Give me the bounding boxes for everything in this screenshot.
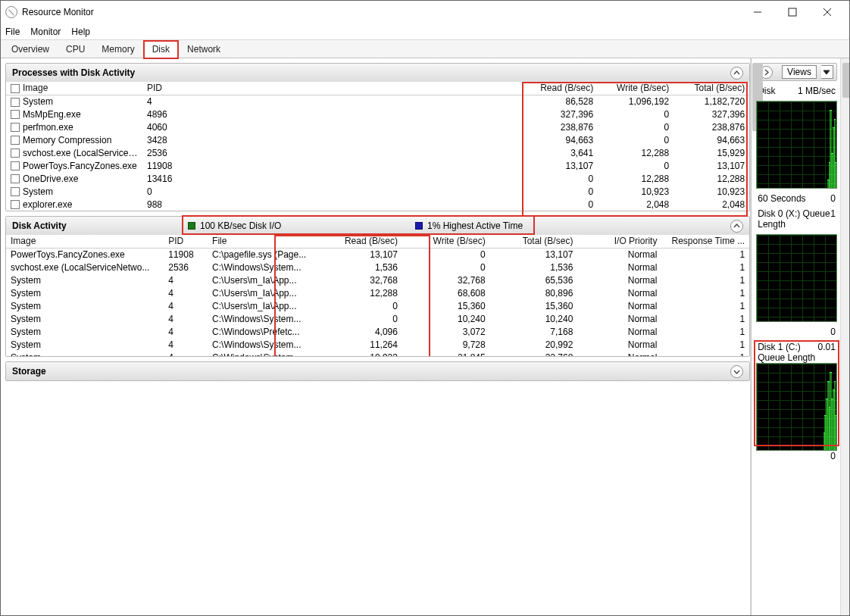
table-row[interactable]: System4C:\Users\m_Ia\App...32,76832,7686… (6, 274, 749, 286)
table-row[interactable]: OneDrive.exe13416012,28812,288 (6, 172, 749, 185)
chevron-down-icon[interactable] (730, 365, 743, 378)
tabbar: Overview CPU Memory Disk Network (1, 40, 849, 58)
section-disk-activity: Disk Activity 100 KB/sec Disk I/O 1% Hig… (5, 216, 750, 357)
section-processes-header[interactable]: Processes with Disk Activity (6, 64, 749, 82)
views-button[interactable]: Views (782, 65, 817, 79)
menu-file[interactable]: File (5, 27, 20, 37)
side-header: Views (756, 63, 837, 81)
checkbox-icon[interactable] (11, 174, 20, 183)
graph1-axis-left: 60 Seconds (758, 193, 805, 204)
graph3-title: Disk 1 (C:) Queue Length (758, 342, 817, 363)
window-title: Resource Monitor (22, 7, 94, 17)
section-storage-header[interactable]: Storage (6, 362, 749, 380)
graph-disk0-queue (756, 234, 837, 322)
graph-disk1-queue (756, 363, 837, 451)
graph-disk (756, 101, 837, 189)
square-green-icon (188, 222, 195, 230)
chevron-up-icon[interactable] (730, 220, 743, 233)
table-row[interactable]: System0010,92310,923 (6, 185, 749, 198)
graph1-scale: 1 MB/sec (798, 86, 836, 96)
col-read[interactable]: Read (B/sec) (522, 82, 598, 95)
titlebar[interactable]: Resource Monitor (1, 1, 849, 23)
svg-rect-1 (789, 8, 796, 16)
col-pid[interactable]: PID (142, 82, 188, 95)
graph2-scale: 1 (830, 208, 836, 230)
col-priority[interactable]: I/O Priority (577, 235, 661, 248)
close-button[interactable] (810, 1, 845, 23)
table-row[interactable]: PowerToys.FancyZones.exe1190813,107013,1… (6, 159, 749, 172)
checkbox-icon[interactable] (11, 187, 20, 196)
tab-overview[interactable]: Overview (4, 42, 57, 58)
square-blue-icon (415, 222, 423, 230)
checkbox-icon[interactable] (11, 98, 20, 107)
app-icon (5, 6, 17, 18)
tab-disk[interactable]: Disk (144, 41, 178, 58)
tab-memory[interactable]: Memory (94, 42, 142, 58)
table-row[interactable]: PowerToys.FancyZones.exe11908C:\pagefile… (6, 248, 749, 261)
table-row[interactable]: Memory Compression342894,663094,663 (6, 133, 749, 146)
table-row[interactable]: System4C:\Users\m_Ia\App...12,28868,6088… (6, 286, 749, 299)
col-pid[interactable]: PID (164, 235, 208, 248)
col-total[interactable]: Total (B/sec) (673, 82, 749, 95)
section-processes-title: Processes with Disk Activity (12, 67, 135, 78)
main-pane: Processes with Disk Activity Image PID R… (1, 58, 750, 615)
checkbox-icon[interactable] (11, 149, 20, 158)
col-image[interactable]: Image (6, 235, 164, 248)
checkbox-icon[interactable] (11, 136, 20, 145)
tab-cpu[interactable]: CPU (58, 42, 92, 58)
checkbox-icon[interactable] (11, 84, 20, 93)
col-response[interactable]: Response Time ... (661, 235, 749, 248)
table-row[interactable]: MsMpEng.exe4896327,3960327,396 (6, 108, 749, 120)
table-row[interactable]: perfmon.exe4060238,8760238,876 (6, 120, 749, 133)
checkbox-icon[interactable] (11, 161, 20, 170)
table-row[interactable]: System486,5281,096,1921,182,720 (6, 95, 749, 108)
graph2-axis-right: 0 (830, 327, 836, 337)
processes-table[interactable]: Image PID Read (B/sec) Write (B/sec) Tot… (6, 82, 749, 211)
menu-monitor[interactable]: Monitor (30, 27, 61, 37)
col-file[interactable]: File (208, 235, 314, 248)
checkbox-icon[interactable] (11, 123, 20, 132)
table-row[interactable]: svchost.exe (LocalServiceNet...25363,641… (6, 146, 749, 159)
graph3-scale: 0.01 (818, 342, 836, 363)
graph3-axis-right: 0 (830, 451, 836, 461)
menu-help[interactable]: Help (71, 27, 90, 37)
checkbox-icon[interactable] (11, 200, 20, 209)
section-processes: Processes with Disk Activity Image PID R… (5, 63, 750, 211)
side-pane: Views Disk1 MB/sec 60 Seconds0 Disk 0 (X… (751, 58, 849, 615)
graph2-title: Disk 0 (X:) Queue Length (758, 208, 830, 230)
section-storage-title: Storage (12, 366, 46, 377)
minimize-button[interactable] (740, 1, 775, 23)
table-row[interactable]: explorer.exe98802,0482,048 (6, 198, 749, 211)
disk-activity-table[interactable]: Image PID File Read (B/sec) Write (B/sec… (6, 235, 749, 356)
chevron-up-icon[interactable] (730, 67, 743, 80)
section-disk-activity-title: Disk Activity (12, 220, 67, 231)
main-scrollbar[interactable] (750, 58, 751, 615)
table-row[interactable]: System4C:\Windows\System...11,2649,72820… (6, 338, 749, 351)
tab-network[interactable]: Network (180, 42, 228, 58)
graph1-axis-right: 0 (830, 193, 836, 204)
checkbox-icon[interactable] (11, 110, 20, 119)
legend-activetime: 1% Highest Active Time (415, 220, 523, 231)
legend-diskio: 100 KB/sec Disk I/O (188, 220, 281, 231)
table-row[interactable]: svchost.exe (LocalServiceNetwo...2536C:\… (6, 261, 749, 274)
table-row[interactable]: System4C:\Windows\System...10,92321,8453… (6, 351, 749, 356)
table-row[interactable]: System4C:\Windows\System...010,24010,240… (6, 312, 749, 325)
col-total[interactable]: Total (B/sec) (490, 235, 578, 248)
svg-marker-4 (823, 70, 830, 74)
views-dropdown-icon[interactable] (821, 65, 833, 79)
col-write[interactable]: Write (B/sec) (598, 82, 673, 95)
table-row[interactable]: System4C:\Windows\Prefetc...4,0963,0727,… (6, 325, 749, 338)
table-row[interactable]: System4C:\Users\m_Ia\App...015,36015,360… (6, 299, 749, 312)
menubar: File Monitor Help (1, 23, 849, 40)
maximize-button[interactable] (775, 1, 810, 23)
app-window: Resource Monitor File Monitor Help Overv… (0, 0, 850, 616)
side-scrollbar[interactable] (840, 58, 849, 615)
col-read[interactable]: Read (B/sec) (314, 235, 402, 248)
col-write[interactable]: Write (B/sec) (402, 235, 490, 248)
section-storage: Storage (5, 361, 750, 381)
col-image: Image (6, 82, 142, 95)
section-disk-activity-header[interactable]: Disk Activity 100 KB/sec Disk I/O 1% Hig… (6, 217, 749, 235)
